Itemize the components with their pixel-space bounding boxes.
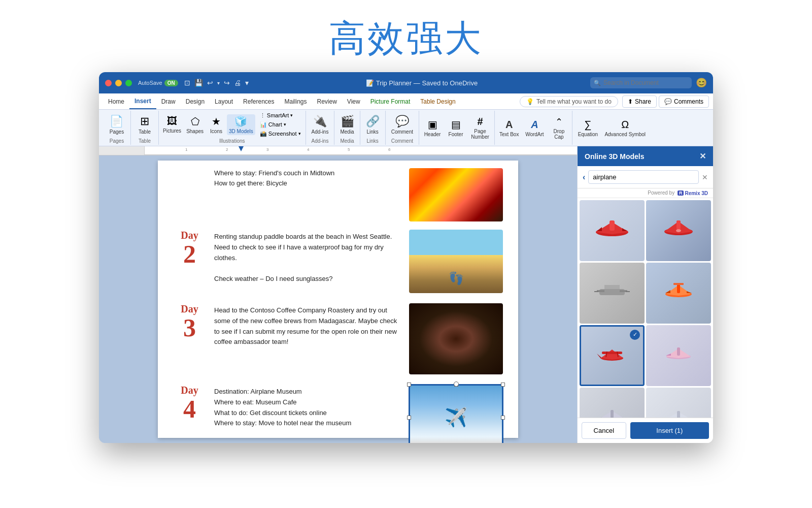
model-item-4[interactable] [646,263,711,324]
shapes-button[interactable]: ⬠ Shapes [184,114,206,135]
textbox-button[interactable]: A Text Box [497,118,521,138]
pictures-button[interactable]: 🖼 Pictures [161,114,183,135]
undo-icon[interactable]: ↩ [207,79,213,87]
redo-icon[interactable]: ↪ [224,79,230,87]
tab-home[interactable]: Home [103,93,129,109]
panel-search-input[interactable] [588,170,699,184]
traffic-lights [105,80,132,86]
model-item-5[interactable]: ✓ [580,325,645,386]
smartart-button[interactable]: ⋮ SmartArt ▾ [257,111,303,120]
footer-button[interactable]: ▤ Footer [445,117,467,138]
pages-group-label: Pages [110,138,124,145]
tab-references[interactable]: References [238,93,279,109]
title-bar: AutoSave ON ⊡ 💾 ↩ ▾ ↪ 🖨 ▾ 📝 Trip Planner… [99,72,713,93]
panel-search-clear-button[interactable]: ✕ [702,173,708,181]
tab-mailings[interactable]: Mailings [279,93,312,109]
chart-button[interactable]: 📊 Chart ▾ [257,120,303,129]
tab-layout[interactable]: Layout [210,93,238,109]
search-icon: 🔍 [594,80,601,86]
header-button[interactable]: ▣ Header [421,117,444,138]
selection-check: ✓ [630,330,640,340]
ribbon-group-addins: 🔌 Add-ins Add-ins [306,111,335,145]
equation-button[interactable]: ∑ Equation [574,118,601,138]
toolbar-icons: ⊡ 💾 ↩ ▾ ↪ 🖨 ▾ [184,79,249,87]
tab-insert[interactable]: Insert [129,93,156,109]
addins-group-label: Add-ins [312,138,329,145]
ruler-row: 1 2 3 4 5 6 [99,146,577,155]
model-item-3[interactable] [580,263,645,324]
icons-label: Icons [210,129,222,134]
tab-review[interactable]: Review [312,93,342,109]
dropcap-label: DropCap [554,129,565,140]
screenshot-arrow: ▾ [298,131,301,136]
comment-button[interactable]: 💬 Comment [389,111,416,138]
pages-button[interactable]: 📄 Pages [107,111,126,138]
model-item-1[interactable] [580,200,645,261]
chart-label: Chart [268,121,282,128]
chevron-down-icon[interactable]: ▾ [217,80,220,86]
tab-table-design[interactable]: Table Design [415,93,460,109]
model-item-8[interactable] [646,388,711,418]
autosave-toggle[interactable]: ON [164,80,178,86]
tab-design[interactable]: Design [181,93,210,109]
advanced-symbol-button[interactable]: Ω Advanced Symbol [602,118,648,138]
view-icon[interactable]: ⊡ [184,79,190,87]
minimize-button[interactable] [115,80,122,86]
model-item-7[interactable] [580,388,645,418]
window-title: Trip Planner — Saved to OneDrive [376,79,478,87]
model-item-6[interactable] [646,325,711,386]
panel-close-button[interactable]: ✕ [699,151,706,161]
search-wrapper: 🔍 [590,77,692,88]
screenshot-icon: 📸 [260,131,267,137]
share-button[interactable]: ⬆ Share [622,96,657,108]
table-button[interactable]: ⊞ Table [136,111,153,138]
model-grid: ✓ [578,198,713,418]
svg-point-8 [676,229,681,232]
day4-image[interactable]: ✈️ [409,385,503,443]
tab-picture-format[interactable]: Picture Format [365,93,416,109]
links-button[interactable]: 🔗 Links [363,111,382,138]
tell-me-text: Tell me what you want to do [536,98,612,105]
chinese-title: 高效强大 [0,14,812,63]
pictures-icon: 🖼 [167,115,177,127]
model-item-2[interactable] [646,200,711,261]
tab-view[interactable]: View [342,93,365,109]
panel-back-button[interactable]: ‹ [583,173,585,182]
media-button[interactable]: 🎬 Media [337,111,356,138]
close-button[interactable] [105,80,112,86]
tab-draw[interactable]: Draw [156,93,181,109]
icons-button[interactable]: ★ Icons [207,114,226,135]
maximize-button[interactable] [125,80,132,86]
day2-text: Renting standup paddle boards at the bea… [214,230,401,284]
customize-icon[interactable]: ▾ [245,79,249,87]
media-icon: 🎬 [341,115,354,128]
addins-button[interactable]: 🔌 Add-ins [309,111,331,138]
comments-button[interactable]: 💬 Comments [659,96,709,108]
panel-title: Online 3D Models [585,152,644,161]
links-label: Links [366,129,378,135]
smiley-icon[interactable]: 😊 [696,77,707,88]
save-icon[interactable]: 💾 [194,79,203,87]
comments-label: Comments [674,98,703,105]
selection-handle-top[interactable] [454,382,459,387]
smartart-arrow: ▾ [290,113,293,118]
search-input[interactable] [590,77,692,88]
tell-me-box[interactable]: 💡 Tell me what you want to do [520,96,618,107]
panel-footer: Cancel Insert (1) [578,418,713,443]
dropcap-button[interactable]: ⌃ DropCap [548,115,570,141]
panel-cancel-button[interactable]: Cancel [582,422,626,439]
day2-section: Day 2 Renting standup paddle boards at t… [173,230,503,293]
panel-insert-button[interactable]: Insert (1) [630,422,709,439]
remix-logo: R [678,190,684,196]
screenshot-button[interactable]: 📸 Screenshot ▾ [257,130,303,138]
print-icon[interactable]: 🖨 [234,79,241,87]
panel-powered-by: Powered by R Remix 3D [578,188,713,198]
doc-scroll[interactable]: Where to stay: Friend's couch in Midtown… [99,155,577,443]
equation-label: Equation [578,132,598,137]
page-number-button[interactable]: # PageNumber [468,115,492,141]
ribbon-commands: 📄 Pages Pages ⊞ Table Table 🖼 Picture [99,110,713,146]
ribbon-group-pages: 📄 Pages Pages [103,111,131,145]
wordart-button[interactable]: A WordArt [522,118,547,138]
3d-models-button[interactable]: 🧊 3D Models [227,114,255,135]
day3-section: Day 3 Head to the Contoso Coffee Company… [173,303,503,374]
